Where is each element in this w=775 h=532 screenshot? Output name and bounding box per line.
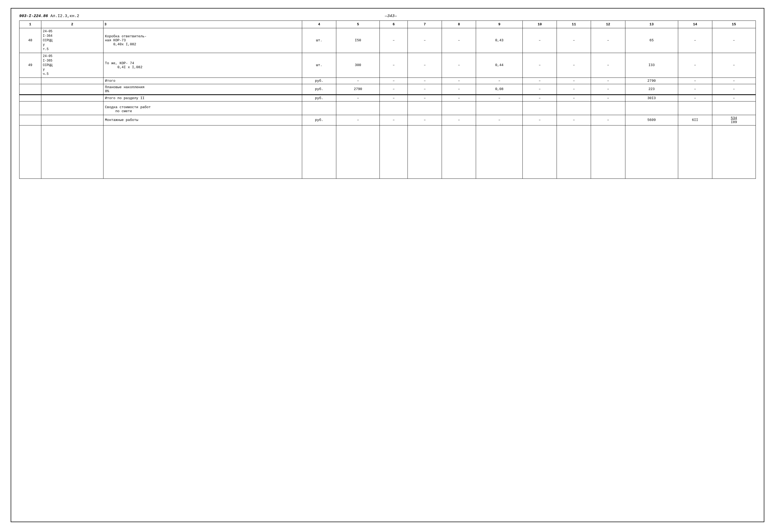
- cell-plan-1: [19, 84, 41, 95]
- cell-49-1: 49: [19, 53, 41, 78]
- cell-mont-3: Монтажные работы: [103, 115, 302, 125]
- header-col2: 2: [41, 21, 103, 28]
- cell-plan-5: 2790: [336, 84, 380, 95]
- cell-itogo2-7: –: [408, 95, 442, 101]
- cell-plan-8: –: [442, 84, 476, 95]
- header-col14: 14: [678, 21, 712, 28]
- cell-itogo1-14: –: [678, 78, 712, 84]
- cell-plan-13: 223: [625, 84, 678, 95]
- cell-itogo2-12: –: [591, 95, 625, 101]
- doc-ref-bold: 224.86: [34, 14, 48, 18]
- cell-mont-4: руб.: [302, 115, 336, 125]
- cell-mont-1: [19, 115, 41, 125]
- cell-48-1: 48: [19, 28, 41, 53]
- cell-svodka-15: [712, 101, 756, 115]
- cell-mont-15-top: 534: [731, 116, 737, 120]
- cell-itogo2-14: –: [678, 95, 712, 101]
- cell-49-15: –: [712, 53, 756, 78]
- cell-itogo2-11: –: [557, 95, 591, 101]
- cell-mont-15-bottom: I89: [731, 120, 737, 124]
- cell-49-5: 300: [336, 53, 380, 78]
- cell-mont-2: [41, 115, 103, 125]
- cell-svodka-3: Сводка стоимости работ по смете: [103, 101, 302, 115]
- cell-48-8: –: [442, 28, 476, 53]
- cell-mont-9: –: [476, 115, 523, 125]
- cell-itogo1-12: –: [591, 78, 625, 84]
- header-col9: 9: [476, 21, 523, 28]
- table-row: 49 24–05I-365ССРЦЦуч.5 То же, КОР- 74 0,…: [19, 53, 756, 78]
- table-row: Монтажные работы руб. – – – – – – – – 56…: [19, 115, 756, 125]
- cell-mont-8: –: [442, 115, 476, 125]
- cell-mont-6: –: [380, 115, 408, 125]
- cell-empty-1: [19, 125, 41, 178]
- header-col10: 10: [523, 21, 557, 28]
- cell-plan-3: Плановые накопления8%: [103, 84, 302, 95]
- cell-plan-7: –: [408, 84, 442, 95]
- cell-itogo1-1: [19, 78, 41, 84]
- cell-plan-15: –: [712, 84, 756, 95]
- table-row: Итого руб. – – – – – – – – 2790 – –: [19, 78, 756, 84]
- cell-plan-4: руб.: [302, 84, 336, 95]
- cell-49-2: 24–05I-365ССРЦЦуч.5: [41, 53, 103, 78]
- cell-49-3: То же, КОР- 74 0,4I х I,082: [103, 53, 302, 78]
- cell-48-12: –: [591, 28, 625, 53]
- table-row: Сводка стоимости работ по смете: [19, 101, 756, 115]
- cell-itogo1-6: –: [380, 78, 408, 84]
- cell-49-4: шт.: [302, 53, 336, 78]
- cell-empty-8: [442, 125, 476, 178]
- cell-itogo1-13: 2790: [625, 78, 678, 84]
- cell-empty-10: [523, 125, 557, 178]
- cell-svodka-1: [19, 101, 41, 115]
- cell-itogo2-13: 30I3: [625, 95, 678, 101]
- cell-48-7: –: [408, 28, 442, 53]
- cell-mont-11: –: [557, 115, 591, 125]
- cell-48-14: –: [678, 28, 712, 53]
- cell-48-9: 0,43: [476, 28, 523, 53]
- cell-svodka-14: [678, 101, 712, 115]
- cell-49-8: –: [442, 53, 476, 78]
- cell-plan-10: –: [523, 84, 557, 95]
- header-col7: 7: [408, 21, 442, 28]
- header-col13: 13: [625, 21, 678, 28]
- cell-empty-6: [380, 125, 408, 178]
- cell-empty-7: [408, 125, 442, 178]
- cell-itogo1-11: –: [557, 78, 591, 84]
- cell-mont-5: –: [336, 115, 380, 125]
- cell-empty-11: [557, 125, 591, 178]
- header-col4: 4: [302, 21, 336, 28]
- cell-mont-12: –: [591, 115, 625, 125]
- table-row: Плановые накопления8% руб. 2790 – – – 0,…: [19, 84, 756, 95]
- cell-plan-2: [41, 84, 103, 95]
- cell-itogo2-2: [41, 95, 103, 101]
- cell-itogo1-9: –: [476, 78, 523, 84]
- header-col8: 8: [442, 21, 476, 28]
- cell-svodka-12: [591, 101, 625, 115]
- cell-49-11: –: [557, 53, 591, 78]
- cell-mont-7: –: [408, 115, 442, 125]
- cell-itogo2-1: [19, 95, 41, 101]
- header-col5: 5: [336, 21, 380, 28]
- cell-itogo1-8: –: [442, 78, 476, 84]
- cell-plan-11: –: [557, 84, 591, 95]
- cell-plan-6: –: [380, 84, 408, 95]
- cell-empty-14: [678, 125, 712, 178]
- cell-empty-4: [302, 125, 336, 178]
- table-row: Итого по разделу II руб. – – – – – – – –…: [19, 95, 756, 101]
- cell-svodka-13: [625, 101, 678, 115]
- cell-48-10: –: [523, 28, 557, 53]
- cell-48-15: –: [712, 28, 756, 53]
- cell-48-4: шт.: [302, 28, 336, 53]
- cell-mont-13: 5609: [625, 115, 678, 125]
- header-col15: 15: [712, 21, 756, 28]
- header-col11: 11: [557, 21, 591, 28]
- cell-itogo1-2: [41, 78, 103, 84]
- cell-itogo2-9: –: [476, 95, 523, 101]
- cell-svodka-6: [380, 101, 408, 115]
- main-table: 1 2 3 4 5 6 7 8 9 10 11 12 13 14 15 48: [19, 21, 756, 179]
- header-col1: 1: [19, 21, 41, 28]
- cell-itogo2-15: –: [712, 95, 756, 101]
- page-border: 903-I-224.86 Ал.I2.3,кн.2 —343— 1 2 3 4 …: [11, 8, 764, 522]
- cell-mont-10: –: [523, 115, 557, 125]
- header-col12: 12: [591, 21, 625, 28]
- cell-49-9: 0,44: [476, 53, 523, 78]
